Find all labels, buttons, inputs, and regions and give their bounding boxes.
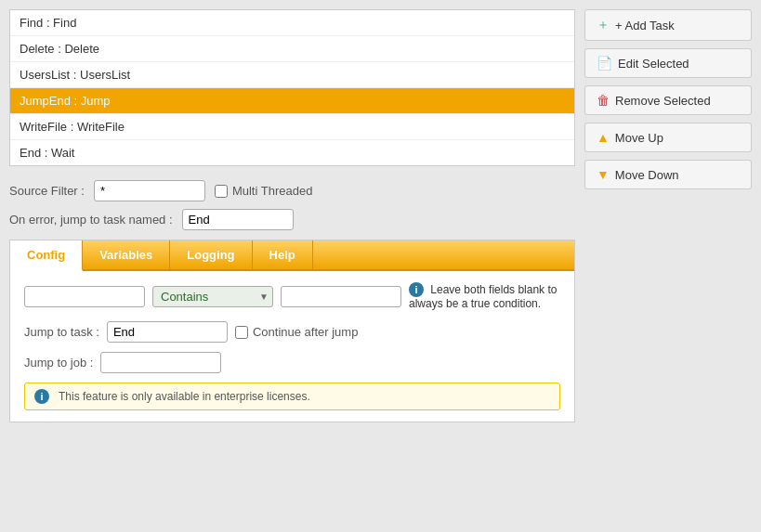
task-item-userslist[interactable]: UsersList : UsersList [10,62,574,88]
main-container: Find : FindDelete : DeleteUsersList : Us… [0,0,761,432]
jump-task-input[interactable] [107,321,228,343]
add-task-button[interactable]: ＋ + Add Task [584,9,752,41]
source-filter-label: Source Filter : [9,184,85,198]
jump-task-row: Jump to task : Continue after jump [24,321,560,343]
add-task-label: + Add Task [615,19,675,32]
on-error-input[interactable] [182,209,294,230]
move-down-label: Move Down [615,168,679,182]
right-panel: ＋ + Add Task 📄 Edit Selected 🗑 Remove Se… [584,9,752,422]
task-item-delete[interactable]: Delete : Delete [10,36,574,62]
move-down-button[interactable]: ▼ Move Down [584,160,752,189]
tabs-section: ConfigVariablesLoggingHelp ContainsEqual… [9,240,575,422]
tab-config[interactable]: Config [10,240,83,271]
info-icon: i [409,282,424,297]
continue-after-jump-label: Continue after jump [253,325,358,339]
continue-after-jump-checkbox[interactable] [235,326,248,339]
remove-icon: 🗑 [597,93,610,108]
jump-job-label: Jump to job : [24,356,93,370]
multi-threaded-label: Multi Threaded [232,184,312,198]
jump-task-label: Jump to task : [24,325,99,339]
enterprise-notice: i This feature is only available in ente… [24,383,560,410]
multi-threaded-checkbox[interactable] [215,185,228,198]
filters-section: Source Filter : Multi Threaded On error,… [9,180,575,230]
source-filter-row: Source Filter : Multi Threaded [9,180,575,201]
info-text-content: Leave both fields blank to always be a t… [409,283,557,310]
condition-select-wrapper: ContainsEqualsStarts WithEnds With ▼ [152,286,273,307]
move-down-icon: ▼ [597,167,610,182]
condition-row: ContainsEqualsStarts WithEnds With ▼ i L… [24,282,560,310]
condition-left-input[interactable] [24,286,145,307]
move-up-button[interactable]: ▲ Move Up [584,123,752,152]
edit-selected-label: Edit Selected [618,57,689,71]
tabs-header: ConfigVariablesLoggingHelp [10,240,574,271]
jump-job-row: Jump to job : [24,352,560,373]
tab-logging[interactable]: Logging [170,240,252,269]
move-up-icon: ▲ [597,130,610,145]
enterprise-info-icon: i [34,389,49,404]
task-list: Find : FindDelete : DeleteUsersList : Us… [9,9,575,166]
continue-after-jump-wrapper: Continue after jump [235,325,358,339]
tab-help[interactable]: Help [253,240,313,269]
enterprise-notice-text: This feature is only available in enterp… [59,390,310,403]
add-icon: ＋ [597,17,610,33]
multi-threaded-wrapper: Multi Threaded [215,184,312,198]
remove-selected-button[interactable]: 🗑 Remove Selected [584,85,752,115]
tab-content: ContainsEqualsStarts WithEnds With ▼ i L… [10,271,574,422]
move-up-label: Move Up [615,131,663,145]
edit-icon: 📄 [597,56,612,71]
on-error-row: On error, jump to task named : [9,209,575,230]
condition-select[interactable]: ContainsEqualsStarts WithEnds With [152,286,273,307]
tab-variables[interactable]: Variables [83,240,170,269]
jump-job-input[interactable] [100,352,221,373]
condition-info: i Leave both fields blank to always be a… [409,282,560,310]
on-error-label: On error, jump to task named : [9,213,173,227]
task-item-jumpend[interactable]: JumpEnd : Jump [10,88,574,114]
condition-right-input[interactable] [281,286,401,307]
edit-selected-button[interactable]: 📄 Edit Selected [584,48,752,78]
left-panel: Find : FindDelete : DeleteUsersList : Us… [9,9,575,422]
remove-selected-label: Remove Selected [615,94,711,108]
task-item-writefile[interactable]: WriteFile : WriteFile [10,114,574,140]
source-filter-input[interactable] [94,180,205,201]
task-item-end[interactable]: End : Wait [10,140,574,165]
task-item-find[interactable]: Find : Find [10,10,574,36]
